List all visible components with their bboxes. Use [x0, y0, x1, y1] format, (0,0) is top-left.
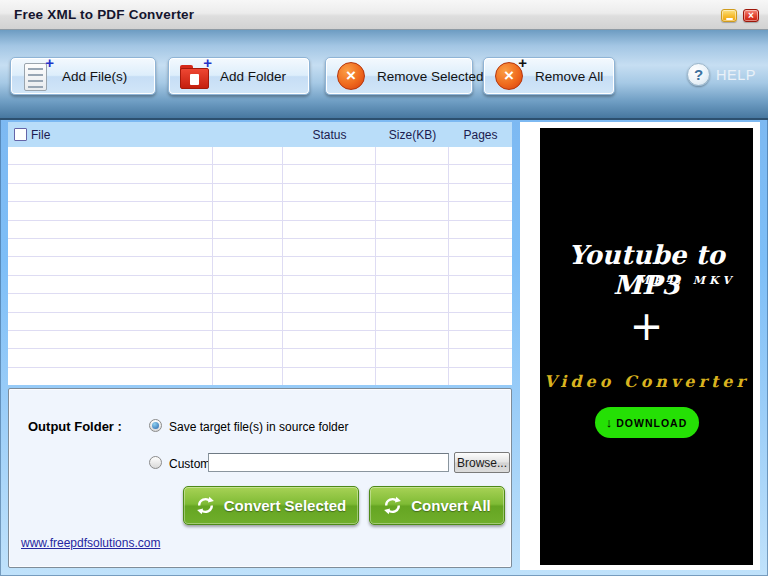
ad-panel: Youtube to MP3 MP4, MKV + Video Converte… — [520, 122, 760, 570]
table-row[interactable] — [8, 294, 512, 312]
customize-radio[interactable] — [149, 456, 162, 469]
table-row[interactable] — [8, 147, 512, 165]
table-row[interactable] — [8, 239, 512, 257]
table-cell — [213, 368, 283, 385]
table-cell — [376, 276, 449, 293]
table-cell — [213, 147, 283, 164]
table-cell — [283, 313, 376, 330]
add-folder-label: Add Folder — [220, 69, 286, 84]
remove-selected-icon: × — [336, 59, 368, 93]
file-table-body[interactable] — [8, 147, 512, 385]
add-file-icon: + — [21, 59, 53, 93]
table-cell — [8, 184, 213, 201]
table-cell — [213, 331, 283, 348]
table-row[interactable] — [8, 165, 512, 183]
table-cell — [213, 202, 283, 219]
table-cell — [283, 239, 376, 256]
table-cell — [376, 294, 449, 311]
table-cell — [283, 331, 376, 348]
table-cell — [8, 239, 213, 256]
plus-icon: + — [203, 55, 212, 70]
table-cell — [449, 349, 512, 366]
add-files-label: Add File(s) — [62, 69, 127, 84]
table-row[interactable] — [8, 349, 512, 367]
table-row[interactable] — [8, 257, 512, 275]
table-cell — [449, 165, 512, 182]
table-row[interactable] — [8, 202, 512, 220]
table-cell — [376, 147, 449, 164]
close-button[interactable]: × — [743, 9, 759, 22]
select-all-checkbox[interactable] — [14, 128, 27, 141]
table-cell — [283, 257, 376, 274]
browse-label: Browse... — [457, 456, 507, 470]
table-cell — [449, 221, 512, 238]
close-icon: × — [748, 11, 754, 21]
column-header-file: File — [31, 128, 50, 142]
remove-selected-button[interactable]: × Remove Selected — [325, 57, 473, 95]
table-cell — [213, 349, 283, 366]
table-cell — [283, 165, 376, 182]
add-folder-button[interactable]: + Add Folder — [168, 57, 310, 95]
table-cell — [449, 331, 512, 348]
file-list-panel: File Status Size(KB) Pages — [8, 122, 512, 385]
table-cell — [213, 257, 283, 274]
add-files-button[interactable]: + Add File(s) — [10, 57, 156, 95]
table-cell — [376, 221, 449, 238]
download-arrow-icon: ↓ — [606, 416, 613, 429]
table-cell — [8, 257, 213, 274]
table-row[interactable] — [8, 368, 512, 385]
table-row[interactable] — [8, 276, 512, 294]
save-in-source-label: Save target file(s) in source folder — [169, 420, 348, 434]
table-cell — [283, 294, 376, 311]
output-folder-label: Output Folder : — [28, 419, 122, 434]
table-row[interactable] — [8, 184, 512, 202]
table-cell — [449, 239, 512, 256]
table-cell — [8, 165, 213, 182]
browse-button[interactable]: Browse... — [454, 452, 510, 473]
convert-selected-label: Convert Selected — [224, 497, 347, 514]
convert-all-button[interactable]: Convert All — [369, 486, 505, 525]
table-cell — [449, 313, 512, 330]
table-cell — [376, 202, 449, 219]
table-cell — [8, 147, 213, 164]
table-row[interactable] — [8, 313, 512, 331]
website-link[interactable]: www.freepdfsolutions.com — [21, 536, 160, 550]
table-cell — [8, 349, 213, 366]
ad-subtitle: MP4, MKV — [637, 274, 735, 287]
convert-all-label: Convert All — [411, 497, 490, 514]
table-row[interactable] — [8, 331, 512, 349]
table-cell — [376, 313, 449, 330]
ad-title: Youtube to MP3 — [540, 240, 753, 300]
plus-icon: + — [518, 55, 527, 70]
save-in-source-radio[interactable] — [149, 419, 162, 432]
table-cell — [376, 368, 449, 385]
column-header-pages: Pages — [463, 128, 497, 142]
table-cell — [449, 276, 512, 293]
column-header-status: Status — [312, 128, 346, 142]
table-cell — [283, 368, 376, 385]
ad-download-button[interactable]: ↓ DOWNLOAD — [595, 407, 699, 438]
table-cell — [8, 202, 213, 219]
table-cell — [449, 184, 512, 201]
table-cell — [449, 368, 512, 385]
ad-secondary-title: Video Converter — [540, 372, 753, 391]
remove-all-button[interactable]: × + Remove All — [483, 57, 615, 95]
ad-plus-sign: + — [540, 306, 753, 346]
help-button[interactable]: ? HELP — [687, 63, 756, 86]
column-header-size: Size(KB) — [389, 128, 436, 142]
table-cell — [213, 294, 283, 311]
output-path-input[interactable] — [208, 453, 449, 472]
table-row[interactable] — [8, 221, 512, 239]
minimize-button[interactable] — [721, 9, 737, 22]
output-folder-panel: Output Folder : Save target file(s) in s… — [8, 388, 512, 568]
table-cell — [376, 331, 449, 348]
convert-selected-button[interactable]: Convert Selected — [183, 486, 359, 525]
table-cell — [376, 349, 449, 366]
table-cell — [376, 165, 449, 182]
table-cell — [449, 202, 512, 219]
table-cell — [376, 239, 449, 256]
help-label: HELP — [716, 67, 756, 83]
remove-selected-label: Remove Selected — [377, 69, 484, 84]
ad-banner[interactable]: Youtube to MP3 MP4, MKV + Video Converte… — [540, 128, 753, 565]
table-cell — [8, 294, 213, 311]
